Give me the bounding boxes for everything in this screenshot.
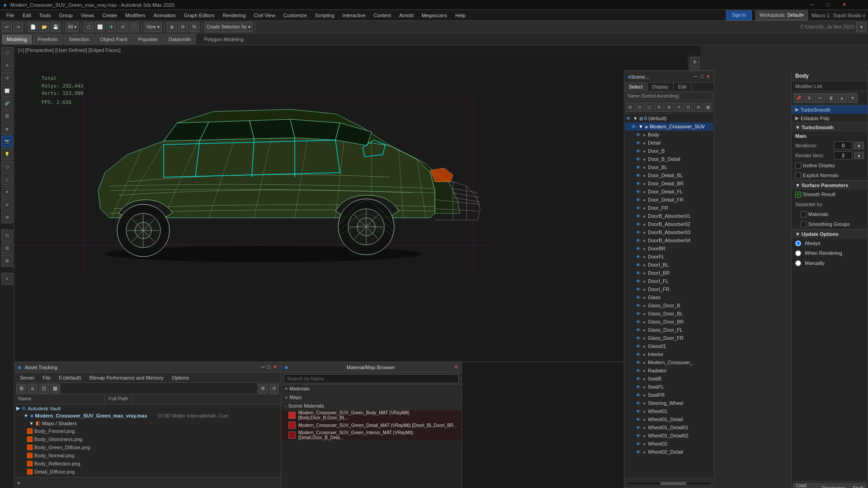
tool-unlink[interactable]: ⛓ xyxy=(1,110,13,122)
tree-door-detail-fl[interactable]: 👁●Door_Detail_FL xyxy=(625,188,713,196)
menu-tools[interactable]: Tools xyxy=(36,12,55,19)
at-item-5[interactable]: Body_Reflection.png xyxy=(14,460,281,468)
tool-camera[interactable]: 📷 xyxy=(1,136,13,147)
file-path-btn[interactable]: ▾ xyxy=(856,22,866,32)
mp-iterations-up[interactable]: ▲ xyxy=(854,142,864,149)
mb-section-scene-materials[interactable]: - Scene Materials xyxy=(281,402,462,410)
at-maximize[interactable]: □ xyxy=(267,364,270,370)
tree-doori-bl[interactable]: 👁●DoorI_BL xyxy=(625,261,713,269)
tool-systems[interactable]: ⚙ xyxy=(1,211,13,223)
tree-doorfl[interactable]: 👁●DoorFL xyxy=(625,253,713,261)
se-btn7[interactable]: ⊟ xyxy=(684,103,693,112)
at-close[interactable]: ✕ xyxy=(273,364,277,370)
tool-rotate[interactable]: ↺ xyxy=(1,72,13,84)
at-menu-options[interactable]: Options xyxy=(168,374,193,381)
tool-link[interactable]: 🔗 xyxy=(1,98,13,109)
selection-mode-btn[interactable]: Selection xyxy=(64,34,94,44)
at-minimize[interactable]: ─ xyxy=(261,364,265,370)
mp-when-rendering-radio[interactable] xyxy=(795,250,801,256)
se-btn6[interactable]: ≋ xyxy=(675,103,684,112)
se-tab-display[interactable]: Display xyxy=(648,83,674,91)
parameters-btn[interactable]: Parameters xyxy=(819,483,849,488)
se-minimize[interactable]: ─ xyxy=(694,74,698,80)
mp-pin-btn[interactable]: 📌 xyxy=(793,93,803,103)
maximize-btn[interactable]: □ xyxy=(826,2,830,8)
se-close[interactable]: ✕ xyxy=(706,74,710,80)
mp-materials-checkbox[interactable] xyxy=(801,211,807,217)
se-tab-edit[interactable]: Edit xyxy=(674,83,692,91)
menu-graph-editors[interactable]: Graph Editors xyxy=(180,12,218,19)
at-subgroup-maps[interactable]: ▼ ◧ Maps / Shaders xyxy=(14,419,281,427)
tree-glass[interactable]: 👁●Glass xyxy=(625,293,713,301)
editable-poly-modifier-item[interactable]: ▶ Editable Poly xyxy=(792,114,868,122)
at-root-group[interactable]: ▶ ⊞ Autodesk Vault xyxy=(14,404,281,412)
tool-scale[interactable]: ⬜ xyxy=(1,85,13,97)
tool-extra1[interactable]: ⊡ xyxy=(1,230,13,241)
menu-scripting[interactable]: Scripting xyxy=(311,12,338,19)
at-btn3[interactable]: ⊡ xyxy=(39,384,49,394)
tree-glass-door-b[interactable]: 👁●Glass_Door_B xyxy=(625,301,713,310)
tree-modern-crossover2[interactable]: 👁●Modern_Crossover_ xyxy=(625,358,713,366)
tree-glass-door-fl[interactable]: 👁●Glass_Door_FL xyxy=(625,326,713,334)
redo-btn[interactable]: ↪ xyxy=(13,22,23,32)
move-btn[interactable]: ✛ xyxy=(106,22,116,32)
new-scene-btn[interactable]: 📄 xyxy=(28,22,38,32)
tool-select[interactable]: ⬡ xyxy=(1,47,13,59)
mp-configure-btn[interactable]: ⚙ xyxy=(804,93,814,103)
tree-door-b-detail[interactable]: 👁●Door_B_Detail xyxy=(625,155,713,163)
at-refresh[interactable]: ↺ xyxy=(269,384,279,394)
tool-extra3[interactable]: ⊠ xyxy=(1,255,13,267)
populate-mode-btn[interactable]: Populate xyxy=(133,34,162,44)
menu-interactive[interactable]: Interactive xyxy=(339,12,369,19)
at-content[interactable]: ▶ ⊞ Autodesk Vault ▼ ■ Modern_Crossover_… xyxy=(14,404,281,477)
se-btn5[interactable]: ⊠ xyxy=(665,103,674,112)
tree-door-detail-fr[interactable]: 👁●Door_Detail_FR xyxy=(625,196,713,204)
tree-doori-br[interactable]: 👁●DoorI_BR xyxy=(625,269,713,277)
menu-rendering[interactable]: Rendering xyxy=(219,12,250,19)
mp-always-radio[interactable] xyxy=(795,240,801,246)
at-item-2[interactable]: Body_Glossiness.png xyxy=(14,435,281,443)
datasmith-mode-btn[interactable]: Datasmith xyxy=(164,34,196,44)
tree-modern-crossover[interactable]: 👁 ▼ ◈ Modern_Crossover_SUV xyxy=(625,122,713,131)
mp-isoline-checkbox[interactable] xyxy=(795,163,801,169)
tree-radiator[interactable]: 👁●Radiator xyxy=(625,366,713,375)
tree-door-detail-bl[interactable]: 👁●Door_Detail_BL xyxy=(625,171,713,179)
mp-move-down-btn[interactable]: ▼ xyxy=(848,93,858,103)
at-menu-server[interactable]: Server xyxy=(16,374,38,381)
save-btn[interactable]: 💾 xyxy=(51,22,61,32)
menu-views[interactable]: Views xyxy=(77,12,98,19)
select-obj-btn[interactable]: ⬡ xyxy=(84,22,94,32)
tool-move[interactable]: ✛ xyxy=(1,60,13,71)
menu-modifiers[interactable]: Modifiers xyxy=(122,12,149,19)
tree-door-fr[interactable]: 👁●Door_FR xyxy=(625,204,713,212)
freeform-mode-btn[interactable]: Freeform xyxy=(33,34,63,44)
tree-doorb-abs1[interactable]: 👁●DoorB_Absorber01 xyxy=(625,212,713,220)
mb-section-materials[interactable]: + Materials xyxy=(281,385,462,393)
tree-glass01[interactable]: 👁●Glass01 xyxy=(625,342,713,350)
tree-wheel01-detail02[interactable]: 👁●Wheel01_Detail02 xyxy=(625,432,713,440)
tool-light[interactable]: 💡 xyxy=(1,148,13,160)
tree-body[interactable]: 👁●Body xyxy=(625,131,713,139)
tree-glass-door-fr[interactable]: 👁●Glass_Door_FR xyxy=(625,334,713,342)
menu-animation[interactable]: Animation xyxy=(150,12,179,19)
tree-detail[interactable]: 👁●Detail xyxy=(625,139,713,147)
create-selection-dropdown[interactable]: Create Selection Se▾ xyxy=(204,22,253,32)
mp-delete-btn[interactable]: 🗑 xyxy=(826,93,836,103)
tree-glass-door-bl[interactable]: 👁●Glass_Door_BL xyxy=(625,310,713,318)
se-btn1[interactable]: ⊞ xyxy=(626,103,635,112)
mat-item-2[interactable]: Modern_Crossover_SUV_Green_Detail_MAT (V… xyxy=(281,420,462,430)
mp-render-iters-input[interactable] xyxy=(834,151,852,160)
menu-civil-view[interactable]: Civil View xyxy=(250,12,278,19)
view-dropdown[interactable]: View▾ xyxy=(144,22,162,32)
at-item-4[interactable]: Body_Normal.png xyxy=(14,451,281,460)
mb-search-input[interactable] xyxy=(284,374,459,383)
workspaces-dropdown[interactable]: Workspaces: Default ▾ xyxy=(755,10,808,20)
viewport[interactable]: [+] [Perspective] [User Defined] [Edged … xyxy=(14,45,701,361)
tree-door-detail-br[interactable]: 👁●Door_Detail_BR xyxy=(625,179,713,188)
mp-smooth-result-checkbox[interactable]: ✓ xyxy=(795,192,801,197)
at-item-3[interactable]: Body_Green_Diffuse.png xyxy=(14,443,281,451)
se-maximize[interactable]: □ xyxy=(700,74,703,80)
tool-geo[interactable]: ◻ xyxy=(1,161,13,173)
tool-layer[interactable]: ≡ xyxy=(1,273,13,285)
tree-glass-door-br[interactable]: 👁●Glass_Door_BR xyxy=(625,318,713,326)
